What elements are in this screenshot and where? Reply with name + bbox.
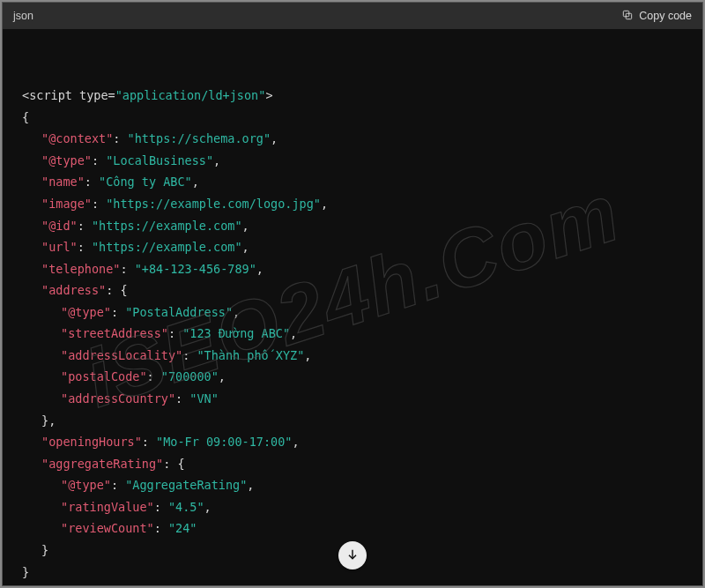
code-token: "https://example.com" [92,219,242,233]
code-token: "telephone" [41,262,120,276]
code-token: , [219,369,226,383]
code-token: "AggregateRating" [125,478,247,492]
code-token: : [175,391,189,406]
code-content: iSEO24h.Com <script type="application/ld… [3,29,702,585]
code-token: "24" [168,521,197,535]
arrow-down-icon [345,547,360,564]
code-token: "aggregateRating" [41,457,163,471]
code-token: "+84-123-456-789" [135,262,256,276]
code-token: : [85,175,99,189]
code-token: "123 Đường ABC" [182,326,290,340]
code-token: "VN" [189,391,219,406]
code-token: "4.5" [168,500,204,514]
code-block-frame: json Copy code iSEO24h.Com <script type=… [2,2,703,586]
code-token: "ratingValue" [61,500,154,514]
code-token: "700000" [161,369,219,383]
code-token: } [22,565,29,579]
code-token: "addressLocality" [61,348,182,362]
code-token: "https://example.com/logo.jpg" [106,197,321,211]
code-token: "PostalAddress" [125,305,233,319]
code-token: }, [41,413,56,428]
code-token: : [154,500,168,514]
code-token: , [247,478,254,492]
code-token: { [177,457,184,471]
code-token: , [293,435,300,449]
language-label: json [13,10,33,22]
code-token: : [182,348,197,362]
code-token: , [233,305,240,319]
code-token: "url" [41,240,78,254]
code-token: "application/ld+json" [115,88,266,102]
code-token: : [111,478,125,492]
code-token: "Thành phố XYZ" [197,348,304,362]
code-token: : [106,283,120,297]
code-token: } [41,543,48,557]
code-token: "@context" [41,131,113,145]
code-token: : [168,326,182,340]
copy-code-button[interactable]: Copy code [621,9,692,24]
code-token: : [142,435,156,449]
code-token: : [92,197,106,211]
code-token: "@type" [41,153,92,167]
code-token: : [78,219,92,233]
code-token: "@id" [41,219,78,233]
code-token: "https://example.com" [92,240,242,254]
code-token: > [265,88,272,102]
code-token: { [22,110,29,124]
code-token: "Công ty ABC" [99,175,192,189]
code-token: "streetAddress" [61,326,168,340]
code-token: , [213,153,220,167]
code-token: : [120,262,134,276]
code-token: "@type" [61,478,111,492]
code-token: "address" [41,283,106,297]
code-token: "image" [41,197,92,211]
code-token: "postalCode" [61,369,147,383]
code-token: : [154,521,168,535]
code-token: , [192,175,199,189]
code-token: , [290,326,297,340]
code-token: type [72,88,108,102]
code-token: "Mo-Fr 09:00-17:00" [156,435,292,449]
code-token: "LocalBusiness" [106,153,213,167]
copy-code-label: Copy code [639,10,692,22]
code-token: , [304,348,311,362]
code-token: "@type" [61,305,111,319]
code-token: : [78,240,92,254]
code-token: , [271,131,278,145]
code-token: : [113,131,127,145]
code-token: { [120,283,127,297]
code-token: , [242,219,249,233]
code-token: , [256,262,263,276]
code-token: : [111,305,125,319]
code-token: <script [22,88,72,102]
code-token: "https://schema.org" [128,131,271,145]
code-token: "openingHours" [41,435,142,449]
code-token: = [108,88,115,102]
code-token: , [321,197,328,211]
code-token: "name" [41,175,85,189]
code-token: , [204,500,212,514]
copy-icon [621,9,634,24]
code-token: "addressCountry" [61,391,175,406]
code-block-header: json Copy code [3,3,702,29]
scroll-down-button[interactable] [338,541,367,569]
code-token: : [147,369,161,383]
code-token: "reviewCount" [61,521,154,535]
code-token: : [92,153,106,167]
code-token: : [163,457,177,471]
code-token: , [242,240,249,254]
